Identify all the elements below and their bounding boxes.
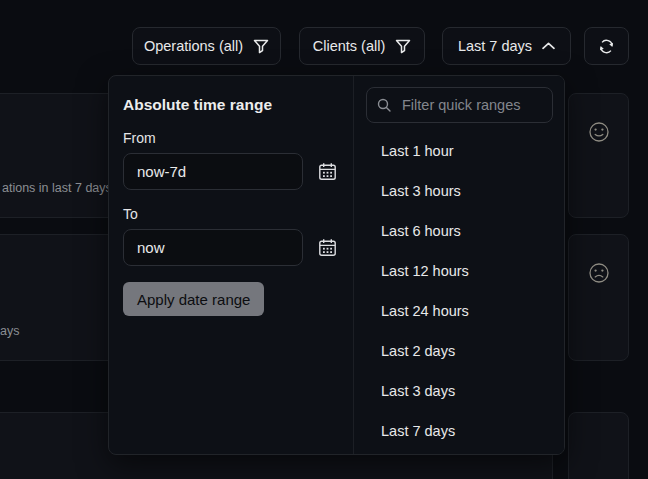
status-card-row2 <box>568 234 629 361</box>
filter-funnel-icon <box>395 39 411 54</box>
refresh-button[interactable] <box>584 27 629 65</box>
quick-ranges-section: Last 1 hour Last 3 hours Last 6 hours La… <box>354 76 564 454</box>
quick-range-option-last-1-hour[interactable]: Last 1 hour <box>354 131 564 171</box>
clients-filter-label: Clients (all) <box>313 38 386 54</box>
status-card-row1 <box>568 93 629 218</box>
from-input[interactable] <box>123 153 303 190</box>
clients-filter-button[interactable]: Clients (all) <box>299 27 425 65</box>
stats-card-row2-caption: ays <box>0 324 19 338</box>
status-card-row3 <box>568 412 629 479</box>
absolute-time-range-title: Absolute time range <box>123 96 339 114</box>
apply-date-range-button[interactable]: Apply date range <box>123 282 264 316</box>
time-range-label: Last 7 days <box>458 38 532 54</box>
operations-filter-button[interactable]: Operations (all) <box>132 27 281 65</box>
refresh-icon <box>598 38 615 55</box>
time-range-picker-button[interactable]: Last 7 days <box>442 27 571 65</box>
to-input[interactable] <box>123 229 303 266</box>
quick-range-option-last-12-hours[interactable]: Last 12 hours <box>354 251 564 291</box>
quick-range-option-last-2-days[interactable]: Last 2 days <box>354 331 564 371</box>
quick-range-option-last-24-hours[interactable]: Last 24 hours <box>354 291 564 331</box>
sad-face-icon <box>588 262 610 360</box>
quick-range-option-last-7-days[interactable]: Last 7 days <box>354 411 564 451</box>
stats-card-row1-caption: ations in last 7 days <box>2 181 112 195</box>
quick-range-option-last-3-hours[interactable]: Last 3 hours <box>354 171 564 211</box>
from-calendar-button[interactable] <box>318 162 337 181</box>
calendar-icon <box>318 245 337 260</box>
happy-face-icon <box>588 121 610 217</box>
chevron-up-icon <box>542 42 555 50</box>
operations-filter-label: Operations (all) <box>144 38 243 54</box>
to-calendar-button[interactable] <box>318 238 337 257</box>
to-label: To <box>123 206 339 222</box>
quick-range-option-last-3-days[interactable]: Last 3 days <box>354 371 564 411</box>
from-label: From <box>123 130 339 146</box>
quick-ranges-list: Last 1 hour Last 3 hours Last 6 hours La… <box>354 131 564 451</box>
calendar-icon <box>318 169 337 184</box>
filter-funnel-icon <box>253 39 269 54</box>
filter-quick-ranges-input[interactable] <box>366 87 553 123</box>
time-picker-panel: Absolute time range From <box>108 75 565 455</box>
absolute-time-range-section: Absolute time range From <box>109 76 354 454</box>
search-icon <box>377 98 391 112</box>
quick-range-option-last-6-hours[interactable]: Last 6 hours <box>354 211 564 251</box>
